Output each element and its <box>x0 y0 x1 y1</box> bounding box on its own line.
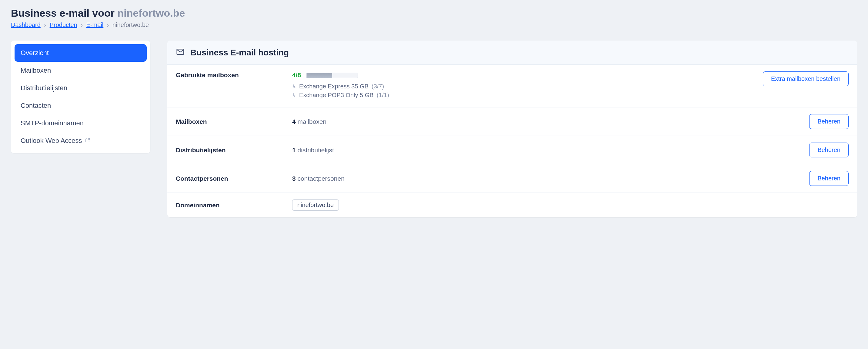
sidebar-item-overzicht[interactable]: Overzicht <box>14 44 147 62</box>
manage-mailboxen-button[interactable]: Beheren <box>809 114 848 129</box>
sidebar: Overzicht Mailboxen Distributielijsten C… <box>11 41 150 153</box>
usage-value: 4/8 ↳ Exchange Express 35 GB (3/7) ↳ Exc… <box>292 71 755 101</box>
breadcrumb-dashboard[interactable]: Dashboard <box>11 22 41 28</box>
row-count: 1 <box>292 146 296 153</box>
page-title-domain: ninefortwo.be <box>117 7 185 19</box>
row-count: 3 <box>292 175 296 182</box>
row-domeinnamen: Domeinnamen ninefortwo.be <box>167 193 857 217</box>
main-panel: Business E-mail hosting Gebruikte mailbo… <box>167 41 857 217</box>
row-value: 4 mailboxen <box>292 118 802 125</box>
row-usage: Gebruikte mailboxen 4/8 ↳ Exchange Expre… <box>167 65 857 107</box>
usage-progress-fill <box>307 73 332 78</box>
row-distributielijsten: Distributielijsten 1 distributielijst Be… <box>167 136 857 164</box>
breakdown-name: Exchange POP3 Only 5 GB <box>299 92 374 99</box>
sidebar-item-label: Mailboxen <box>21 67 51 74</box>
row-value: 3 contactpersonen <box>292 175 802 182</box>
breadcrumb-sep: › <box>81 22 83 28</box>
page-title-prefix: Business e-mail voor <box>11 7 117 19</box>
breakdown-name: Exchange Express 35 GB <box>299 83 369 90</box>
breadcrumb-sep: › <box>44 22 46 28</box>
usage-fraction: 4/8 <box>292 71 301 78</box>
row-value: 1 distributielijst <box>292 146 802 154</box>
arrow-icon: ↳ <box>292 83 296 89</box>
domain-tag: ninefortwo.be <box>292 200 339 211</box>
sidebar-item-contacten[interactable]: Contacten <box>14 97 147 114</box>
usage-breakdown-item: ↳ Exchange Express 35 GB (3/7) <box>292 83 755 90</box>
breadcrumb-email[interactable]: E-mail <box>86 22 104 28</box>
breadcrumb-producten[interactable]: Producten <box>50 22 77 28</box>
breadcrumb: Dashboard › Producten › E-mail › ninefor… <box>11 22 857 29</box>
sidebar-item-label: Outlook Web Access <box>21 137 82 145</box>
row-contactpersonen: Contactpersonen 3 contactpersonen Behere… <box>167 164 857 193</box>
breadcrumb-current: ninefortwo.be <box>113 22 149 28</box>
row-unit: mailboxen <box>298 118 327 125</box>
order-mailboxes-button[interactable]: Extra mailboxen bestellen <box>763 71 848 86</box>
row-label: Distributielijsten <box>176 146 285 154</box>
manage-distributielijsten-button[interactable]: Beheren <box>809 143 848 158</box>
sidebar-item-mailboxen[interactable]: Mailboxen <box>14 62 147 79</box>
sidebar-item-label: Contacten <box>21 102 51 110</box>
sidebar-item-label: SMTP-domeinnamen <box>21 119 84 127</box>
row-label: Domeinnamen <box>176 202 285 209</box>
external-link-icon <box>85 138 90 144</box>
sidebar-item-label: Overzicht <box>21 49 49 57</box>
row-label: Mailboxen <box>176 118 285 125</box>
row-value: ninefortwo.be <box>292 200 848 211</box>
usage-breakdown-item: ↳ Exchange POP3 Only 5 GB (1/1) <box>292 92 755 99</box>
page-title: Business e-mail voor ninefortwo.be <box>11 7 857 19</box>
row-label: Contactpersonen <box>176 175 285 182</box>
breadcrumb-sep: › <box>107 22 109 28</box>
row-mailboxen: Mailboxen 4 mailboxen Beheren <box>167 107 857 136</box>
breakdown-count: (1/1) <box>377 92 389 99</box>
usage-label: Gebruikte mailboxen <box>176 71 285 79</box>
sidebar-item-distributielijsten[interactable]: Distributielijsten <box>14 79 147 97</box>
breakdown-count: (3/7) <box>372 83 384 90</box>
usage-progress <box>306 73 358 78</box>
arrow-icon: ↳ <box>292 92 296 98</box>
sidebar-item-label: Distributielijsten <box>21 84 67 92</box>
panel-header: Business E-mail hosting <box>167 41 857 65</box>
panel-title: Business E-mail hosting <box>190 48 289 58</box>
envelope-icon <box>176 47 185 58</box>
sidebar-item-outlook-web-access[interactable]: Outlook Web Access <box>14 132 147 149</box>
row-count: 4 <box>292 118 296 125</box>
row-unit: contactpersonen <box>298 175 345 182</box>
sidebar-item-smtp-domeinnamen[interactable]: SMTP-domeinnamen <box>14 114 147 132</box>
row-unit: distributielijst <box>298 146 334 153</box>
manage-contactpersonen-button[interactable]: Beheren <box>809 171 848 186</box>
usage-breakdown: ↳ Exchange Express 35 GB (3/7) ↳ Exchang… <box>292 83 755 99</box>
